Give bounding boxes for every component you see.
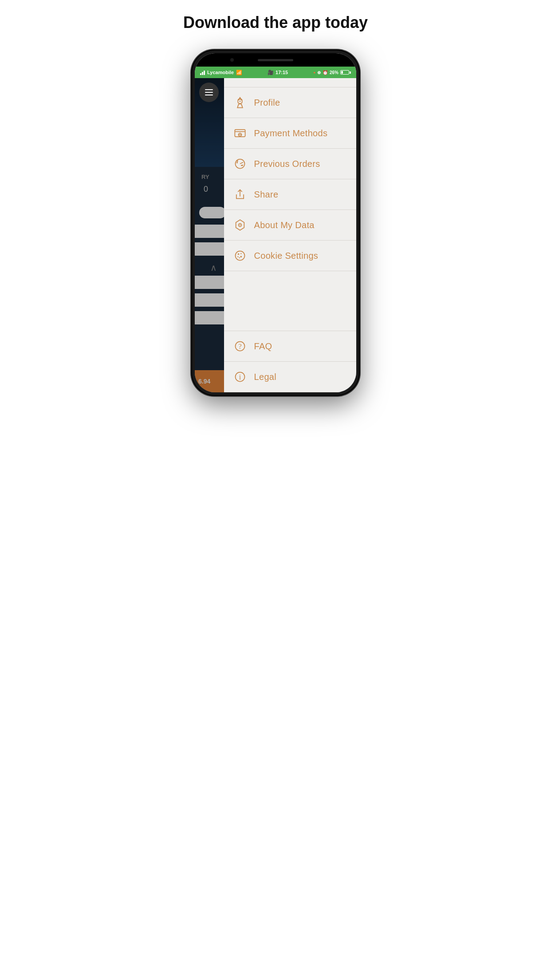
cookie-settings-label: Cookie Settings [254,251,319,261]
hamburger-line-3 [205,95,213,95]
sidebar-item-cookie-settings[interactable]: Cookie Settings [224,241,356,271]
camera-indicator: 🎥 [268,70,274,75]
legal-label: Legal [254,372,276,382]
drawer-spacer [224,271,356,331]
svg-point-12 [237,256,238,257]
phone-shell: Lycamobile 📶 🎥 17:15 ● ⊕ ⏰ 26% [191,50,360,396]
signal-bars [200,70,205,75]
profile-icon [233,95,247,110]
status-center: 🎥 17:15 [268,70,288,75]
svg-point-11 [240,253,241,254]
signal-bar-3 [204,71,205,75]
hamburger-line-1 [205,89,213,90]
share-icon [233,187,247,202]
hamburger-icon [205,89,213,95]
page-heading: Download the app today [174,9,377,36]
orders-icon [233,157,247,171]
svg-point-14 [239,257,240,258]
orange-dot: ● [313,71,315,75]
phone-screen: Lycamobile 📶 🎥 17:15 ● ⊕ ⏰ 26% [195,53,356,392]
carrier-name: Lycamobile [207,70,234,75]
svg-line-6 [240,162,243,164]
sidebar-item-previous-orders[interactable]: Previous Orders [224,149,356,179]
svg-text:?: ? [238,342,241,351]
notch [195,53,356,67]
camera-dot [230,58,234,62]
status-bar: Lycamobile 📶 🎥 17:15 ● ⊕ ⏰ 26% [195,67,356,78]
sidebar-item-legal[interactable]: i Legal [224,362,356,392]
wifi-icon: 📶 [236,70,242,75]
sidebar-item-about-my-data[interactable]: About My Data [224,210,356,241]
svg-point-9 [235,251,244,261]
cookie-icon [233,249,247,263]
status-left: Lycamobile 📶 [200,70,242,75]
svg-point-8 [239,225,240,225]
alarm-icon: ⏰ [323,70,328,75]
previous-orders-label: Previous Orders [254,159,320,169]
payment-methods-label: Payment Methods [254,128,328,138]
payment-icon [233,126,247,140]
svg-point-0 [240,101,240,102]
svg-text:i: i [239,373,241,381]
signal-bar-2 [202,72,203,75]
svg-point-13 [240,256,242,258]
svg-point-10 [237,253,239,255]
signal-bar-1 [200,73,201,75]
legal-icon: i [233,370,247,384]
sidebar-item-payment-methods[interactable]: Payment Methods [224,118,356,149]
sidebar-item-faq[interactable]: ? FAQ [224,331,356,362]
menu-button[interactable] [199,83,219,102]
battery-percent: 26% [330,70,338,75]
navigation-drawer: Profile Payment Methods [224,78,356,392]
hamburger-line-2 [205,92,213,93]
data-icon [233,218,247,232]
faq-label: FAQ [254,341,272,352]
battery-icon [340,70,351,75]
location-icon: ⊕ [317,70,321,75]
sidebar-item-share[interactable]: Share [224,179,356,210]
share-label: Share [254,190,279,200]
status-right: ● ⊕ ⏰ 26% [313,70,351,75]
about-my-data-label: About My Data [254,220,315,230]
speaker-grille [258,59,293,61]
sidebar-item-profile[interactable]: Profile [224,87,356,118]
drawer-top-space [224,78,356,87]
clock-time: 17:15 [276,70,288,75]
faq-icon: ? [233,339,247,353]
profile-label: Profile [254,98,280,108]
app-screen: RY 0 ∧ 6.94 [195,78,356,392]
